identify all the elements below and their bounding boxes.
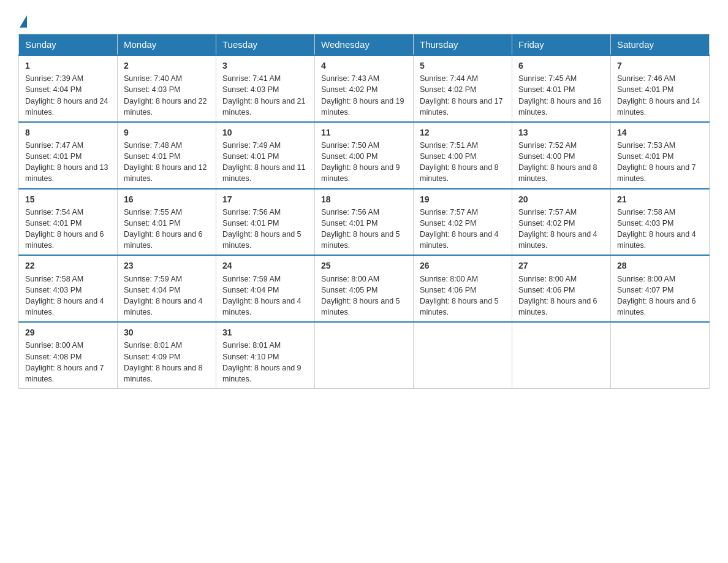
calendar-cell: 5Sunrise: 7:44 AMSunset: 4:02 PMDaylight… <box>414 55 512 122</box>
day-number: 26 <box>420 259 506 272</box>
calendar-cell: 11Sunrise: 7:50 AMSunset: 4:00 PMDayligh… <box>315 122 414 189</box>
header-thursday: Thursday <box>414 34 512 56</box>
calendar-cell: 1Sunrise: 7:39 AMSunset: 4:04 PMDaylight… <box>19 55 118 122</box>
calendar-cell: 25Sunrise: 8:00 AMSunset: 4:05 PMDayligh… <box>315 255 414 322</box>
calendar-cell: 2Sunrise: 7:40 AMSunset: 4:03 PMDaylight… <box>118 55 216 122</box>
calendar-cell: 9Sunrise: 7:48 AMSunset: 4:01 PMDaylight… <box>118 122 216 189</box>
calendar-cell <box>512 322 611 388</box>
day-number: 24 <box>222 259 308 272</box>
day-number: 16 <box>124 193 210 205</box>
logo <box>18 12 28 28</box>
day-number: 29 <box>25 326 111 339</box>
day-number: 23 <box>124 259 210 272</box>
calendar-cell <box>611 322 710 388</box>
calendar-cell: 6Sunrise: 7:45 AMSunset: 4:01 PMDaylight… <box>512 55 611 122</box>
day-number: 28 <box>617 259 703 272</box>
calendar-table: Sunday Monday Tuesday Wednesday Thursday… <box>18 34 710 389</box>
calendar-cell: 7Sunrise: 7:46 AMSunset: 4:01 PMDaylight… <box>611 55 710 122</box>
day-number: 1 <box>25 59 111 72</box>
logo-triangle-icon <box>20 15 27 28</box>
calendar-cell: 24Sunrise: 7:59 AMSunset: 4:04 PMDayligh… <box>216 255 315 322</box>
calendar-week-row: 8Sunrise: 7:47 AMSunset: 4:01 PMDaylight… <box>19 122 710 189</box>
day-number: 14 <box>617 126 703 139</box>
calendar-cell: 16Sunrise: 7:55 AMSunset: 4:01 PMDayligh… <box>118 189 216 256</box>
calendar-cell: 17Sunrise: 7:56 AMSunset: 4:01 PMDayligh… <box>216 189 315 256</box>
calendar-cell: 23Sunrise: 7:59 AMSunset: 4:04 PMDayligh… <box>118 255 216 322</box>
calendar-cell: 27Sunrise: 8:00 AMSunset: 4:06 PMDayligh… <box>512 255 611 322</box>
day-number: 8 <box>25 126 111 139</box>
day-number: 13 <box>518 126 604 139</box>
calendar-cell: 4Sunrise: 7:43 AMSunset: 4:02 PMDaylight… <box>315 55 414 122</box>
calendar-cell: 15Sunrise: 7:54 AMSunset: 4:01 PMDayligh… <box>19 189 118 256</box>
day-number: 20 <box>518 193 604 205</box>
calendar-cell: 31Sunrise: 8:01 AMSunset: 4:10 PMDayligh… <box>216 322 315 388</box>
calendar-week-row: 29Sunrise: 8:00 AMSunset: 4:08 PMDayligh… <box>19 322 710 388</box>
day-number: 10 <box>222 126 308 139</box>
calendar-cell: 18Sunrise: 7:56 AMSunset: 4:01 PMDayligh… <box>315 189 414 256</box>
calendar-cell: 3Sunrise: 7:41 AMSunset: 4:03 PMDaylight… <box>216 55 315 122</box>
day-number: 18 <box>321 193 407 205</box>
header-tuesday: Tuesday <box>216 34 315 56</box>
day-number: 12 <box>420 126 506 139</box>
calendar-cell: 20Sunrise: 7:57 AMSunset: 4:02 PMDayligh… <box>512 189 611 256</box>
header-monday: Monday <box>118 34 216 56</box>
calendar-cell <box>315 322 414 388</box>
day-number: 19 <box>420 193 506 205</box>
calendar-week-row: 15Sunrise: 7:54 AMSunset: 4:01 PMDayligh… <box>19 189 710 256</box>
day-number: 6 <box>518 59 604 72</box>
day-number: 25 <box>321 259 407 272</box>
calendar-cell: 21Sunrise: 7:58 AMSunset: 4:03 PMDayligh… <box>611 189 710 256</box>
day-number: 22 <box>25 259 111 272</box>
day-number: 31 <box>222 326 308 339</box>
calendar-cell: 12Sunrise: 7:51 AMSunset: 4:00 PMDayligh… <box>414 122 512 189</box>
calendar-cell: 30Sunrise: 8:01 AMSunset: 4:09 PMDayligh… <box>118 322 216 388</box>
day-number: 11 <box>321 126 407 139</box>
calendar-cell: 19Sunrise: 7:57 AMSunset: 4:02 PMDayligh… <box>414 189 512 256</box>
day-number: 30 <box>124 326 210 339</box>
calendar-cell: 22Sunrise: 7:58 AMSunset: 4:03 PMDayligh… <box>19 255 118 322</box>
header-sunday: Sunday <box>19 34 118 56</box>
calendar-cell: 13Sunrise: 7:52 AMSunset: 4:00 PMDayligh… <box>512 122 611 189</box>
calendar-cell: 29Sunrise: 8:00 AMSunset: 4:08 PMDayligh… <box>19 322 118 388</box>
day-number: 21 <box>617 193 703 205</box>
calendar-cell: 14Sunrise: 7:53 AMSunset: 4:01 PMDayligh… <box>611 122 710 189</box>
calendar-cell: 10Sunrise: 7:49 AMSunset: 4:01 PMDayligh… <box>216 122 315 189</box>
day-number: 3 <box>222 59 308 72</box>
calendar-cell <box>414 322 512 388</box>
day-number: 17 <box>222 193 308 205</box>
header-friday: Friday <box>512 34 611 56</box>
calendar-week-row: 22Sunrise: 7:58 AMSunset: 4:03 PMDayligh… <box>19 255 710 322</box>
calendar-cell: 8Sunrise: 7:47 AMSunset: 4:01 PMDaylight… <box>19 122 118 189</box>
calendar-cell: 28Sunrise: 8:00 AMSunset: 4:07 PMDayligh… <box>611 255 710 322</box>
day-number: 4 <box>321 59 407 72</box>
day-number: 7 <box>617 59 703 72</box>
day-number: 15 <box>25 193 111 205</box>
day-number: 2 <box>124 59 210 72</box>
header-saturday: Saturday <box>611 34 710 56</box>
header-wednesday: Wednesday <box>315 34 414 56</box>
day-number: 5 <box>420 59 506 72</box>
calendar-cell: 26Sunrise: 8:00 AMSunset: 4:06 PMDayligh… <box>414 255 512 322</box>
day-number: 27 <box>518 259 604 272</box>
day-number: 9 <box>124 126 210 139</box>
page-header <box>18 12 710 28</box>
calendar-week-row: 1Sunrise: 7:39 AMSunset: 4:04 PMDaylight… <box>19 55 710 122</box>
calendar-header-row: Sunday Monday Tuesday Wednesday Thursday… <box>19 34 710 56</box>
